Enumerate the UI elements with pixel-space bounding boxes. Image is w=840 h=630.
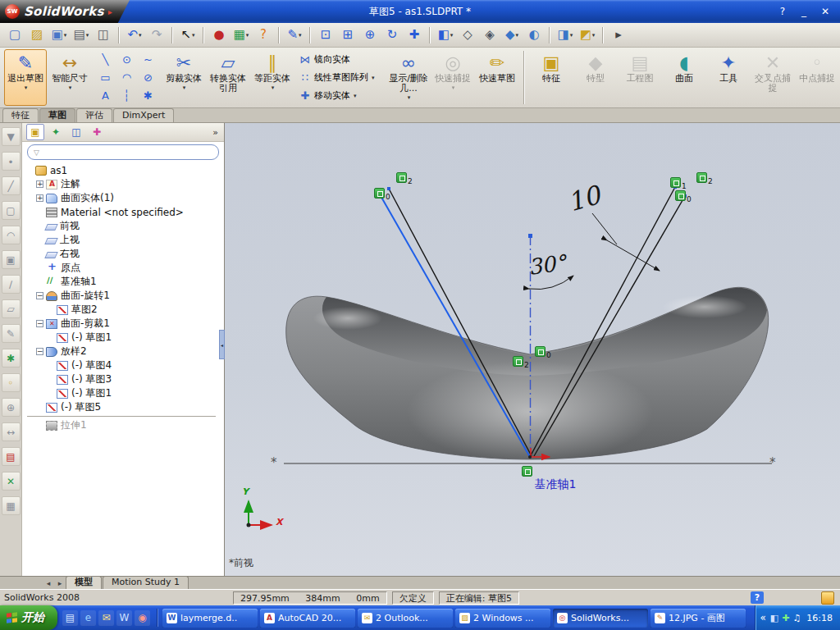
trim-entities-button[interactable]: ✂剪裁实体▾ [162,49,205,106]
apply-scene-button[interactable]: ◩▾ [577,25,598,46]
expand-icon[interactable]: + [36,180,43,188]
rapid-sketch-button[interactable]: ✏快速草图 [476,49,518,106]
tray-chevron-button[interactable]: « [760,612,765,623]
options-button[interactable]: ▦▾ [231,25,252,46]
minimize-button[interactable]: _ [797,6,810,17]
tree-item-sketch5[interactable]: (-) 草图5 [22,400,224,414]
expand-icon[interactable]: + [36,194,43,202]
filter-surface-bodies-button[interactable]: ◠ [2,226,21,244]
select-all-filters-button[interactable]: ▦ [2,496,21,515]
filter-sketch-points-button[interactable]: ✱ [2,349,21,368]
filter-annotations-button[interactable]: ▤ [2,447,21,466]
tree-item-surface-trim1[interactable]: −曲面-剪裁1 [22,317,224,331]
property-manager-tab[interactable]: ✦ [47,124,65,140]
rotate-view-button[interactable]: ↻ [381,25,403,46]
tools-button[interactable]: ✦工具 [707,49,750,106]
tree-item-sketch1a[interactable]: (-) 草图1 [22,331,224,345]
collapse-icon[interactable]: − [36,320,43,327]
relation-badge[interactable]: 2 [696,172,707,183]
relation-badge[interactable]: 1 [670,177,681,188]
network-icon[interactable]: ◧ [770,613,778,623]
features-button[interactable]: ▣特征 [530,49,573,106]
filter-dimensions-button[interactable]: ↔ [2,422,21,441]
tree-item-sketch2[interactable]: 草图2 [22,303,224,317]
view-orientation-button[interactable]: ◨▾ [555,25,576,46]
tree-item-sketch3[interactable]: (-) 草图3 [22,372,224,386]
outlook-button[interactable]: ✉ [98,610,114,626]
display-delete-relations-button[interactable]: ∞显示/删除几...▾ [387,49,430,106]
internet-explorer-button[interactable]: e [80,610,96,626]
tree-item-axis1[interactable]: 基准轴1 [22,275,224,289]
hidden-lines-visible-button[interactable]: ◈ [479,25,500,46]
smart-dimension-button[interactable]: ↔智能尺寸▾ [48,49,91,106]
shaded-with-edges-button[interactable]: ◆▾ [501,25,523,46]
volume-icon[interactable]: ♫ [792,613,801,623]
clear-all-filters-button[interactable]: ✕ [2,472,21,491]
tab-features[interactable]: 特征 [2,108,39,122]
tree-item-extrude1[interactable]: 拉伸1 [22,418,224,432]
arc-tool-button[interactable]: ◠ [116,69,137,86]
sketch-apex-point[interactable] [528,455,532,459]
centerline-top-marker[interactable] [528,234,532,238]
mirror-entities-button[interactable]: ⋈镜向实体 [299,52,382,68]
offset-entities-button[interactable]: ∥等距实体▾ [251,49,294,106]
tree-item-annotations[interactable]: +注解 [22,177,224,191]
collapse-icon[interactable]: − [36,292,43,299]
convert-entities-button[interactable]: ▱转换实体引用 [207,49,249,106]
titlebar-help-button[interactable]: ? [776,6,789,17]
task-paint[interactable]: ✎12.JPG - 画图 [651,609,746,628]
record-macro-button[interactable]: ● [208,25,230,46]
move-entities-button[interactable]: ✚移动实体▾ [299,88,382,104]
zoom-in-out-button[interactable]: ⊕ [359,25,381,46]
tree-item-origin[interactable]: 原点 [22,261,224,275]
save-button[interactable]: ▣▾ [48,25,70,46]
tree-item-material[interactable]: Material <not specified> [22,205,224,219]
media-player-button[interactable]: ◉ [135,610,150,626]
start-button[interactable]: 开始 [0,605,57,630]
dimension-line[interactable] [607,240,660,271]
configuration-manager-tab[interactable]: ◫ [67,124,85,140]
tree-item-loft2[interactable]: −放样2 [22,345,224,358]
select-button[interactable]: ↖▾ [177,25,199,46]
filter-planes-button[interactable]: ▱ [2,299,21,318]
filter-input[interactable] [43,147,212,158]
task-windows[interactable]: ▨2 Windows ... [455,609,550,628]
relation-badge[interactable]: 0 [374,188,385,199]
filter-midpoints-button[interactable]: ◦ [2,373,21,392]
tab-motion-study-1[interactable]: Motion Study 1 [103,576,189,589]
relation-badge[interactable]: 2 [396,172,407,183]
tree-item-right-plane[interactable]: 右视 [22,247,224,261]
relation-badge[interactable]: 0 [535,346,546,357]
redo-button[interactable]: ↷ [146,25,167,46]
wireframe-button[interactable]: ◇ [457,25,478,46]
circle-tool-button[interactable]: ⊙ [116,51,137,68]
ellipse-tool-button[interactable]: ⊘ [138,69,158,86]
print-button[interactable]: ▤▾ [71,25,92,46]
filter-solid-bodies-button[interactable]: ▣ [2,250,21,269]
word-button[interactable]: W [116,610,132,626]
close-button[interactable]: ✕ [819,6,832,17]
line-tool-button[interactable]: ╲ [95,51,116,68]
surfaces-button[interactable]: ◖曲面 [663,49,705,106]
select-filter-toggle-button[interactable]: ▼ [2,127,21,146]
tab-scroll-right-button[interactable]: ▸ [54,578,66,589]
task-autocad[interactable]: AAutoCAD 20... [260,609,355,628]
undo-button[interactable]: ↶▾ [124,25,145,46]
open-document-button[interactable]: ▨ [26,25,48,46]
exit-sketch-button[interactable]: ✎退出草图▾ [4,49,47,106]
new-document-button[interactable]: ▢ [4,25,25,46]
tab-dimxpert[interactable]: DimXpert [113,108,174,122]
task-solidworks[interactable]: ◎SolidWorks... [553,609,648,628]
angle-dimension-value[interactable]: 30° [527,250,568,280]
show-desktop-button[interactable]: ▤ [62,610,78,626]
tree-item-front-plane[interactable]: 前视 [22,219,224,233]
tab-evaluate[interactable]: 评估 [76,108,112,122]
tab-model[interactable]: 模型 [66,576,102,589]
relation-badge[interactable]: 2 [513,356,523,367]
tree-item-sketch1b[interactable]: (-) 草图1 [22,386,224,400]
axis-callout-label[interactable]: 基准轴1 [510,477,600,492]
tree-item-surface-bodies[interactable]: +曲面实体(1) [22,191,224,205]
dimxpert-manager-tab[interactable]: ✚ [88,124,106,140]
viewport[interactable]: 10 30° 基准轴1 *前视 X Y 2012020** [225,123,840,576]
centerline-tool-button[interactable]: ┆ [116,87,137,104]
